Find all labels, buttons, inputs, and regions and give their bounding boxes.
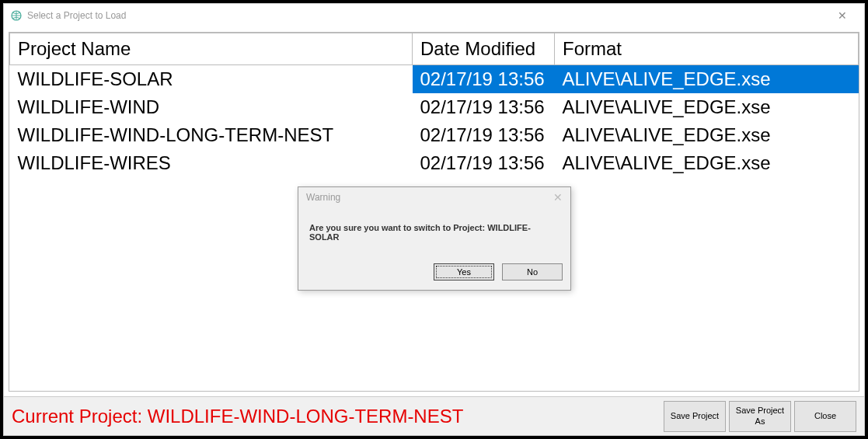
- column-header-name[interactable]: Project Name: [10, 33, 413, 65]
- date-modified-cell: 02/17/19 13:56: [413, 149, 555, 177]
- close-button[interactable]: Close: [794, 401, 856, 432]
- table-row[interactable]: WILDLIFE-WIND02/17/19 13:56ALIVE\ALIVE_E…: [10, 93, 859, 121]
- project-load-window: Select a Project to Load ✕ Project Name …: [3, 3, 865, 436]
- yes-button[interactable]: Yes: [434, 263, 494, 280]
- column-header-format[interactable]: Format: [555, 33, 859, 65]
- format-cell: ALIVE\ALIVE_EDGE.xse: [555, 121, 859, 149]
- dialog-message: Are you sure you want to switch to Proje…: [298, 207, 570, 257]
- current-project-label: Current Project: WILDLIFE-WIND-LONG-TERM…: [12, 406, 661, 427]
- no-button[interactable]: No: [502, 263, 563, 280]
- project-table: Project Name Date Modified Format WILDLI…: [9, 33, 859, 177]
- table-row[interactable]: WILDLIFE-WIRES02/17/19 13:56ALIVE\ALIVE_…: [10, 149, 859, 177]
- warning-dialog: Warning ✕ Are you sure you want to switc…: [298, 186, 571, 291]
- format-cell: ALIVE\ALIVE_EDGE.xse: [555, 65, 859, 94]
- format-cell: ALIVE\ALIVE_EDGE.xse: [555, 149, 859, 177]
- dialog-titlebar: Warning ✕: [298, 187, 570, 207]
- project-name-cell: WILDLIFE-SOLAR: [10, 65, 413, 94]
- dialog-title: Warning: [306, 192, 553, 203]
- window-title: Select a Project to Load: [27, 10, 827, 21]
- format-cell: ALIVE\ALIVE_EDGE.xse: [555, 93, 859, 121]
- globe-icon: [10, 9, 23, 22]
- close-icon[interactable]: ✕: [553, 191, 563, 204]
- table-row[interactable]: WILDLIFE-SOLAR02/17/19 13:56ALIVE\ALIVE_…: [10, 65, 859, 94]
- table-row[interactable]: WILDLIFE-WIND-LONG-TERM-NEST02/17/19 13:…: [10, 121, 859, 149]
- date-modified-cell: 02/17/19 13:56: [413, 65, 555, 94]
- save-project-button[interactable]: Save Project: [664, 401, 726, 432]
- titlebar: Select a Project to Load ✕: [4, 4, 864, 27]
- column-header-date[interactable]: Date Modified: [413, 33, 555, 65]
- project-name-cell: WILDLIFE-WIND-LONG-TERM-NEST: [10, 121, 413, 149]
- project-name-cell: WILDLIFE-WIRES: [10, 149, 413, 177]
- date-modified-cell: 02/17/19 13:56: [413, 121, 555, 149]
- save-project-as-button[interactable]: Save Project As: [729, 401, 791, 432]
- close-icon[interactable]: ✕: [827, 5, 858, 26]
- bottom-bar: Current Project: WILDLIFE-WIND-LONG-TERM…: [4, 396, 864, 435]
- date-modified-cell: 02/17/19 13:56: [413, 93, 555, 121]
- project-name-cell: WILDLIFE-WIND: [10, 93, 413, 121]
